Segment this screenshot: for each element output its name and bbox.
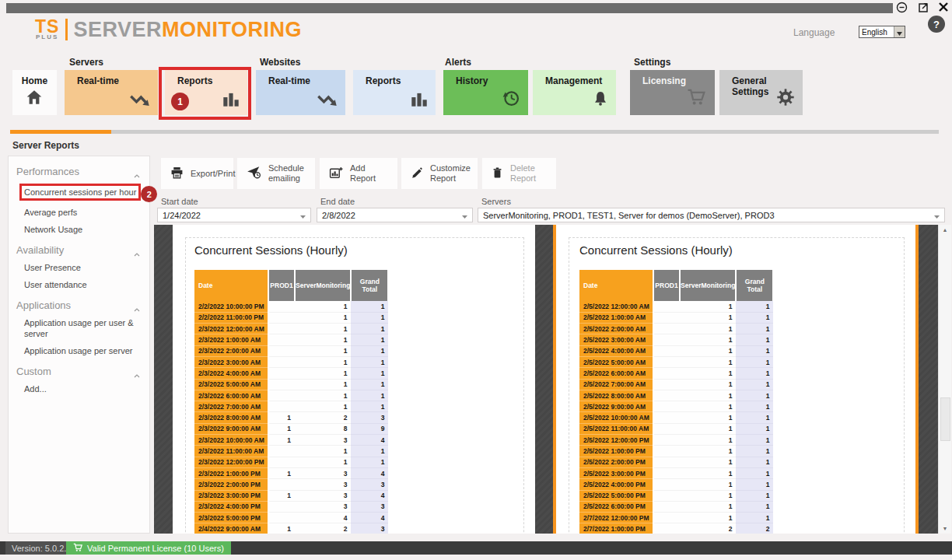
report-row: 2/5/2022 5:00:00 AM11: [579, 356, 773, 367]
servers-filter-label: Servers: [481, 197, 511, 206]
sidebar-item-network-usage[interactable]: Network Usage: [24, 224, 145, 235]
report-cell: [653, 401, 680, 412]
end-date-select[interactable]: 2/8/2022: [317, 208, 473, 222]
sidebar-section-performances[interactable]: Performances: [16, 166, 142, 177]
close-button[interactable]: [936, 1, 950, 13]
report-cell: 1: [351, 334, 388, 345]
sidebar-item-label: Add...: [24, 384, 47, 394]
window-titlebar[interactable]: [6, 3, 893, 13]
report-cell: [268, 479, 295, 490]
tab-settings-licensing[interactable]: Licensing: [630, 70, 715, 115]
report-cell: 2/5/2022 1:00:00 PM: [579, 446, 653, 457]
report-cell: 1: [680, 334, 736, 345]
report-cell: 1: [268, 423, 295, 434]
report-cell: 1: [680, 356, 736, 367]
chevron-up-icon: [134, 303, 140, 314]
report-row: 2/5/2022 8:00:00 AM11: [579, 390, 773, 401]
sidebar-item-app-usage-server[interactable]: Application usage per server: [24, 345, 145, 356]
report-column-header: PROD1: [268, 270, 295, 301]
report-cell: 2/3/2022 6:00:00 AM: [194, 390, 268, 401]
sidebar-item-add-custom[interactable]: Add...: [24, 383, 145, 394]
tab-label: Real-time: [77, 75, 119, 86]
report-cell: 1: [680, 345, 736, 356]
report-cell: [653, 368, 680, 379]
report-cell: 2/5/2022 12:00:00 PM: [579, 435, 653, 446]
tab-home-label: Home: [12, 75, 57, 86]
language-dropdown-button[interactable]: [894, 26, 905, 37]
report-cell: [268, 301, 295, 312]
report-row: 2/3/2022 7:00:00 AM11: [194, 401, 388, 412]
report-row: 2/3/2022 4:00:00 AM11: [194, 368, 388, 379]
report-cell: 3: [295, 467, 351, 478]
report-page-1: Concurrent Sessions (Hourly) DatePROD1Se…: [173, 225, 535, 534]
customize-report-button[interactable]: Customize Report: [401, 158, 478, 189]
report-cell: 2/5/2022 2:00:00 PM: [579, 457, 653, 467]
report-cell: 1: [351, 356, 388, 367]
group-label-settings: Settings: [634, 57, 670, 68]
sidebar-item-user-attendance[interactable]: User attendance: [24, 279, 145, 290]
sidebar-section-custom[interactable]: Custom: [16, 366, 142, 377]
report-cell: [653, 345, 680, 356]
start-date-label: Start date: [161, 197, 198, 206]
vertical-scrollbar[interactable]: ▲ ▼: [938, 225, 951, 534]
logo-ts: TS: [35, 19, 59, 34]
report-cell: 4: [351, 513, 388, 523]
start-date-select[interactable]: 1/24/2022: [157, 208, 311, 222]
servers-filter-select[interactable]: ServerMonitoring, PROD1, TEST1, Server f…: [478, 208, 945, 222]
sidebar-section-availability[interactable]: Availability: [16, 244, 142, 256]
tab-home[interactable]: Home: [12, 70, 57, 115]
sidebar-item-user-presence[interactable]: User Presence: [24, 262, 145, 273]
sidebar-item-app-usage-user-server[interactable]: Application usage per user & server: [24, 317, 145, 339]
tab-servers-realtime[interactable]: Real-time: [65, 70, 158, 115]
report-cell: 1: [268, 490, 295, 501]
scroll-up-icon[interactable]: ▲: [939, 227, 951, 233]
tab-label: Licensing: [642, 75, 686, 86]
export-print-button[interactable]: Export/Print: [161, 158, 233, 189]
report-row: 2/3/2022 12:00:00 AM11: [194, 324, 388, 334]
report-cell: 1: [351, 446, 388, 457]
chevron-up-icon: [134, 247, 140, 259]
schedule-emailing-button[interactable]: Schedule emailing: [237, 158, 315, 189]
scrollbar-thumb[interactable]: [940, 397, 950, 441]
report-cell: 4: [295, 513, 351, 523]
customize-report-label: Customize Report: [430, 163, 471, 184]
report-cell: 1: [736, 513, 773, 523]
report-cell: 1: [295, 390, 351, 401]
report-column-header: ServerMonitoring: [680, 270, 736, 301]
minimize-button[interactable]: [894, 1, 908, 13]
report-row: 2/5/2022 2:00:00 PM11: [579, 457, 773, 467]
report-row: 2/5/2022 1:00:00 PM11: [579, 446, 773, 457]
group-label-websites: Websites: [260, 57, 300, 68]
language-select[interactable]: English: [859, 26, 905, 38]
report-cell: 3: [295, 479, 351, 490]
tab-websites-reports[interactable]: Reports: [353, 70, 436, 115]
sidebar-item-concurrent-sessions[interactable]: Concurrent sessions per hour 2: [24, 184, 145, 201]
tab-settings-general[interactable]: General Settings: [719, 70, 803, 115]
tab-websites-realtime[interactable]: Real-time: [256, 70, 345, 115]
cart-icon: [73, 543, 83, 554]
tab-alerts-history[interactable]: History: [443, 70, 528, 115]
report-cell: [268, 368, 295, 379]
tab-alerts-management[interactable]: Management: [533, 70, 616, 115]
delete-report-button[interactable]: Delete Report: [482, 158, 556, 189]
report-row: 2/3/2022 3:00:00 AM11: [194, 356, 388, 367]
sidebar-section-label: Custom: [16, 366, 51, 377]
help-button[interactable]: ?: [928, 16, 945, 33]
sidebar-item-average-perfs[interactable]: Average perfs: [24, 207, 145, 218]
schedule-emailing-label: Schedule emailing: [268, 163, 309, 184]
add-report-button[interactable]: Add Report: [320, 158, 397, 189]
report-cell: 2/3/2022 4:00:00 PM: [194, 501, 268, 512]
tab-label: Reports: [366, 75, 401, 86]
report-cell: 1: [268, 435, 295, 446]
restore-button[interactable]: [916, 1, 930, 13]
end-date-value: 2/8/2022: [322, 211, 355, 220]
chevron-up-icon: [134, 169, 140, 180]
report-cell: 2/3/2022 3:00:00 AM: [194, 356, 268, 367]
sidebar-section-applications[interactable]: Applications: [16, 299, 142, 311]
report-cell: [653, 312, 680, 323]
scroll-down-icon[interactable]: ▼: [939, 526, 951, 531]
report-cell: 1: [268, 467, 295, 478]
report-cell: 1: [295, 446, 351, 457]
server-monitoring-window: TS PLUS SERVER MONITORING Language Engli…: [0, 0, 952, 560]
group-label-servers: Servers: [69, 57, 103, 68]
